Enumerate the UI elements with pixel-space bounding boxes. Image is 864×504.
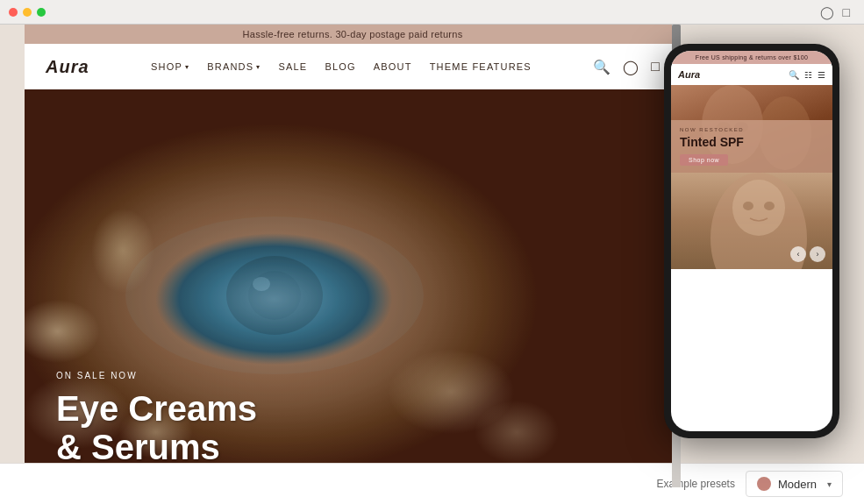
mobile-shop-button[interactable]: Shop now: [680, 154, 728, 166]
svg-point-9: [732, 180, 785, 236]
facebook-icon[interactable]: □: [843, 5, 850, 19]
hero-section: ON SALE NOW Eye Creams & Serums: [25, 89, 681, 487]
website-container: Hassle-free returns. 30-day postage paid…: [25, 25, 681, 487]
brands-chevron-icon: ▾: [256, 63, 261, 71]
preset-chevron-icon: ▾: [827, 479, 832, 489]
shop-chevron-icon: ▾: [185, 63, 189, 71]
mobile-logo: Aura: [678, 69, 700, 80]
search-icon[interactable]: 🔍: [593, 59, 611, 75]
preset-label: Example presets: [657, 478, 735, 490]
browser-maximize-button[interactable]: [37, 8, 46, 17]
hero-subtitle: ON SALE NOW: [56, 371, 257, 380]
mobile-announcement-bar: Free US shipping & returns over $100: [671, 51, 832, 64]
nav-about[interactable]: ABOUT: [374, 61, 412, 72]
mobile-hero-2: ‹ ›: [671, 173, 832, 269]
preset-selector[interactable]: Modern ▾: [746, 471, 843, 497]
main-nav: Aura SHOP ▾ BRANDS ▾ SALE BLOG ABOUT THE…: [25, 44, 681, 89]
mobile-badge-title: Tinted SPF: [680, 135, 824, 150]
site-logo[interactable]: Aura: [46, 57, 89, 77]
mobile-search-icon: 🔍: [789, 70, 799, 80]
cart-icon[interactable]: □: [651, 59, 660, 75]
announcement-bar: Hassle-free returns. 30-day postage paid…: [25, 25, 681, 44]
account-icon[interactable]: ◯: [623, 59, 639, 75]
mobile-grid-icon: ☷: [804, 70, 812, 80]
browser-social-icons: ◯ □: [820, 5, 850, 19]
svg-point-11: [764, 202, 775, 210]
hero-title: Eye Creams & Serums: [56, 389, 257, 466]
nav-blog[interactable]: BLOG: [325, 61, 355, 72]
mobile-badge-label: NOW RESTOCKED: [680, 127, 824, 132]
nav-sale[interactable]: SALE: [278, 61, 307, 72]
mobile-nav: Aura 🔍 ☷ ☰: [671, 64, 832, 85]
mobile-hero-1: NOW RESTOCKED Tinted SPF Shop now: [671, 85, 832, 173]
nav-theme-features[interactable]: THEME FEATURES: [430, 61, 532, 72]
mobile-screen: Free US shipping & returns over $100 Aur…: [671, 51, 832, 431]
hero-text-block: ON SALE NOW Eye Creams & Serums: [56, 371, 257, 466]
instagram-icon[interactable]: ◯: [820, 5, 834, 19]
svg-point-10: [743, 202, 753, 210]
mobile-nav-arrows: ‹ ›: [790, 246, 825, 262]
bottom-bar: Example presets Modern ▾: [0, 463, 864, 504]
preset-name: Modern: [778, 478, 817, 491]
mobile-next-arrow[interactable]: ›: [810, 246, 825, 262]
mobile-preview-device: Free US shipping & returns over $100 Aur…: [664, 44, 839, 438]
mobile-menu-icon: ☰: [818, 70, 825, 80]
mobile-prev-arrow[interactable]: ‹: [790, 246, 806, 262]
mobile-product-badge: NOW RESTOCKED Tinted SPF Shop now: [671, 120, 832, 173]
browser-minimize-button[interactable]: [23, 8, 32, 17]
announcement-text: Hassle-free returns. 30-day postage paid…: [242, 29, 462, 39]
svg-point-3: [253, 277, 270, 291]
svg-point-2: [248, 271, 301, 320]
preset-color-dot: [757, 477, 771, 491]
browser-close-button[interactable]: [9, 8, 18, 17]
nav-shop[interactable]: SHOP ▾: [151, 61, 189, 72]
mobile-nav-icons: 🔍 ☷ ☰: [789, 70, 825, 80]
nav-links: SHOP ▾ BRANDS ▾ SALE BLOG ABOUT THEME FE…: [151, 61, 532, 72]
nav-icon-group: 🔍 ◯ □: [593, 59, 660, 75]
nav-brands[interactable]: BRANDS ▾: [207, 61, 261, 72]
